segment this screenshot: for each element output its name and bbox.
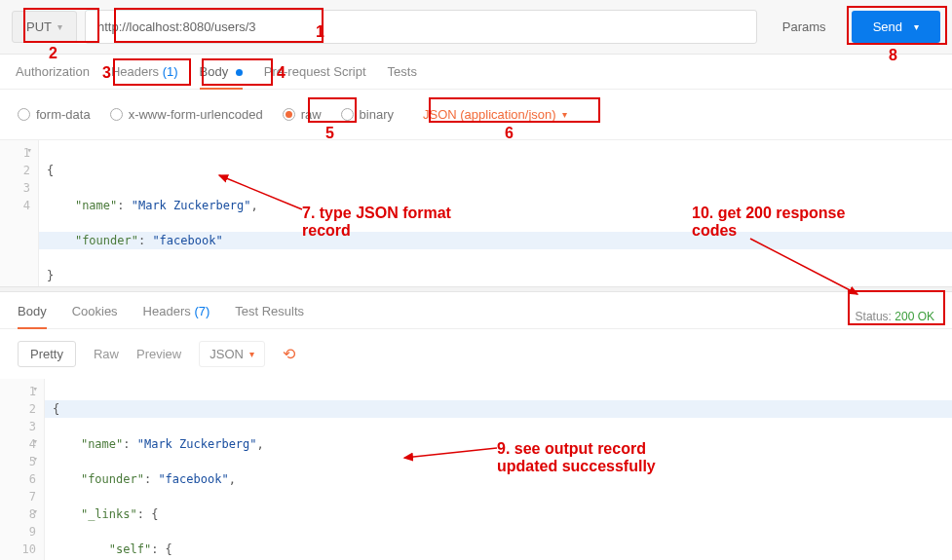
wrap-lines-icon[interactable]: ⟲ [283,345,295,363]
chevron-down-icon: ▾ [249,349,254,359]
radio-icon [110,108,123,121]
request-tabs: Authorization Headers (1) Body Pre-reque… [0,55,952,90]
code-area: { "name": "Mark Zuckerberg", "founder": … [45,379,952,560]
radio-urlencoded[interactable]: x-www-form-urlencoded [110,107,263,122]
tab-prerequest[interactable]: Pre-request Script [264,64,366,89]
http-method-label: PUT [26,19,52,34]
radio-icon [283,108,295,121]
chevron-down-icon: ▾ [57,21,62,32]
radio-binary[interactable]: binary [341,107,394,122]
tab-resp-body[interactable]: Body [18,304,47,328]
response-toolbar: Pretty Raw Preview JSON ▾ ⟲ [0,329,952,379]
status-badge: Status: 200 OK [856,310,934,323]
url-input[interactable] [85,10,757,44]
tab-resp-headers[interactable]: Headers (7) [143,304,210,328]
radio-raw[interactable]: raw [283,107,322,122]
http-method-select[interactable]: PUT ▾ [12,11,77,43]
tab-body[interactable]: Body [200,64,243,89]
tab-tests[interactable]: Tests [388,64,417,89]
response-body-viewer[interactable]: 123456789101112 { "name": "Mark Zuckerbe… [0,379,952,560]
body-type-options: form-data x-www-form-urlencoded raw bina… [0,90,952,140]
tab-authorization[interactable]: Authorization [16,64,90,89]
request-body-editor[interactable]: 1234 { "name": "Mark Zuckerberg", "found… [0,140,952,286]
dot-icon [236,69,243,76]
chevron-down-icon: ▾ [562,109,567,120]
raw-button[interactable]: Raw [94,347,119,361]
tab-headers[interactable]: Headers (1) [111,64,178,89]
line-gutter: 123456789101112 [0,379,45,560]
content-type-select[interactable]: JSON (application/json) ▾ [413,101,577,128]
pretty-button[interactable]: Pretty [18,341,76,367]
radio-icon [18,108,30,121]
radio-formdata[interactable]: form-data [18,107,91,122]
send-button[interactable]: Send ▾ [852,11,940,43]
radio-icon [341,108,354,121]
tab-resp-testresults[interactable]: Test Results [235,304,304,328]
line-gutter: 1234 [0,140,39,286]
format-select[interactable]: JSON ▾ [199,341,265,367]
params-button[interactable]: Params [765,11,844,43]
chevron-down-icon: ▾ [914,21,919,32]
code-area[interactable]: { "name": "Mark Zuckerberg", "founder": … [39,140,952,286]
response-tabs: Body Cookies Headers (7) Test Results St… [0,292,952,329]
preview-button[interactable]: Preview [136,347,181,361]
tab-resp-cookies[interactable]: Cookies [72,304,118,328]
